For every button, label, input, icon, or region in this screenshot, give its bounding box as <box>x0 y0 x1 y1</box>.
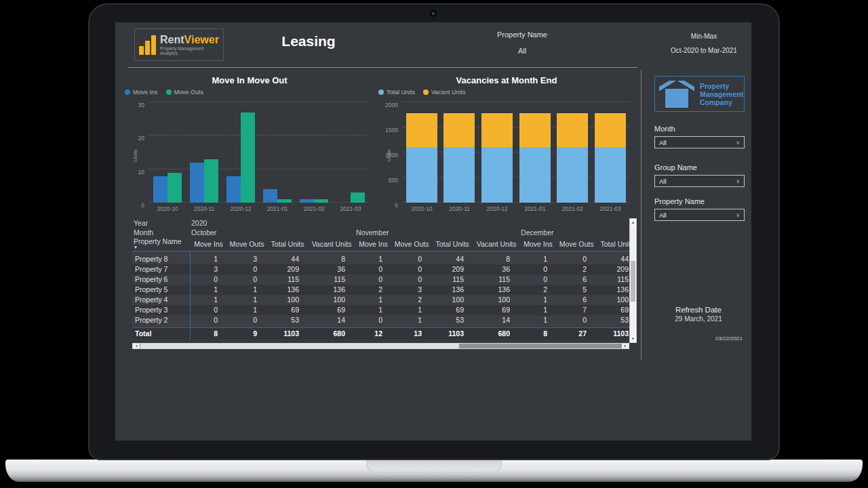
measure-header[interactable]: Move Ins <box>355 237 392 251</box>
scroll-down-icon[interactable]: ▼ <box>630 336 636 342</box>
x-axis-tick: 2021-01 <box>260 205 295 212</box>
measure-header[interactable]: Vacant Units <box>473 237 519 251</box>
property-name-cell: Property 5 <box>132 285 190 295</box>
y-axis-tick: 500 <box>379 177 398 184</box>
bar-group[interactable] <box>152 173 183 203</box>
property-name-cell: Property 4 <box>132 295 190 305</box>
segment-total-units[interactable] <box>406 147 437 203</box>
scroll-right-icon[interactable]: ▸ <box>622 344 629 348</box>
measure-header[interactable]: Move Ins <box>190 237 227 251</box>
measure-header[interactable]: Move Ins <box>519 237 557 251</box>
bar-move-ins[interactable] <box>263 189 277 203</box>
group-name-filter-label: Group Name <box>654 163 697 171</box>
minmax-label: Min-Max <box>646 33 762 40</box>
segment-vacant-units[interactable] <box>406 113 437 147</box>
table-row[interactable]: Property 2005314015314105314 <box>132 315 629 325</box>
group-name-filter-value: All <box>659 178 667 185</box>
legend-dot-icon <box>378 89 384 95</box>
measure-header[interactable]: Total Units <box>267 237 309 251</box>
brand-tagline: Property Management Analytics <box>160 46 219 56</box>
vertical-scroll-thumb[interactable] <box>631 261 635 302</box>
header-property-filter: Property Name All <box>468 30 576 55</box>
property-name-filter-dropdown[interactable]: All ∨ <box>654 209 745 221</box>
stacked-bar[interactable] <box>443 113 475 203</box>
bar-group[interactable] <box>298 199 330 203</box>
bar-move-ins[interactable] <box>300 199 314 203</box>
value-cell: 136 <box>431 285 473 295</box>
x-axis-tick: 2021-03 <box>333 205 368 212</box>
header-cell <box>519 218 629 228</box>
table-row[interactable]: Property 4111001001210010016100100 <box>132 295 629 305</box>
measure-header[interactable]: Total Units <box>596 237 629 251</box>
segment-vacant-units[interactable] <box>557 113 588 147</box>
bar-group[interactable] <box>225 113 256 203</box>
measure-header[interactable]: Total Units <box>431 237 473 251</box>
table-row[interactable]: Property 7302093600209360220936 <box>132 264 629 274</box>
segment-total-units[interactable] <box>481 147 513 203</box>
value-cell: 3 <box>392 285 431 295</box>
stacked-bar[interactable] <box>595 113 626 203</box>
segment-total-units[interactable] <box>443 147 475 203</box>
y-axis-tick: 0 <box>379 202 398 209</box>
measure-header[interactable]: Move Outs <box>392 237 431 251</box>
value-cell: 5 <box>557 285 596 295</box>
bar-move-outs[interactable] <box>167 173 182 203</box>
segment-total-units[interactable] <box>595 147 626 203</box>
segment-total-units[interactable] <box>557 147 588 203</box>
refresh-date-label: Refresh Date <box>646 306 751 314</box>
table-row[interactable]: Property 8134481044810448 <box>132 254 629 264</box>
segment-vacant-units[interactable] <box>443 113 475 147</box>
bar-move-outs[interactable] <box>204 159 218 203</box>
measure-header[interactable]: Move Outs <box>227 237 267 251</box>
value-cell: 44 <box>596 254 629 264</box>
bar-group[interactable] <box>262 189 293 203</box>
stacked-bar[interactable] <box>481 113 513 203</box>
header-cell: October <box>190 228 355 237</box>
group-name-filter-dropdown[interactable]: All ∨ <box>654 175 745 187</box>
value-cell: 1 <box>190 254 227 264</box>
segment-vacant-units[interactable] <box>519 113 551 147</box>
value-cell: 100 <box>473 295 519 305</box>
bar-move-outs[interactable] <box>277 199 292 203</box>
value-cell: 3 <box>190 264 227 274</box>
legend-label: Move Outs <box>174 89 204 96</box>
month-filter-dropdown[interactable]: All ∨ <box>654 136 745 148</box>
measure-header[interactable]: Vacant Units <box>309 237 355 251</box>
horizontal-scroll-thumb[interactable] <box>140 344 459 348</box>
table-row[interactable]: Property 5111361362313613625136136 <box>132 285 629 295</box>
bar-move-outs[interactable] <box>314 199 328 203</box>
x-axis-tick: 2021-02 <box>555 205 590 212</box>
x-axis-labels: 2020-102020-112020-122021-012021-022021-… <box>403 205 629 212</box>
value-cell: 115 <box>473 274 519 285</box>
stacked-bar[interactable] <box>519 113 551 203</box>
stacked-bar[interactable] <box>557 113 588 203</box>
stacked-bar[interactable] <box>406 113 437 203</box>
table-vertical-scrollbar[interactable]: ▲ ▼ <box>629 218 637 343</box>
measure-header[interactable]: Move Outs <box>557 237 596 251</box>
table-horizontal-scrollbar[interactable]: ◂ ▸ <box>132 343 629 349</box>
bar-move-ins[interactable] <box>153 176 167 203</box>
value-cell: 0 <box>227 264 267 274</box>
bar-move-outs[interactable] <box>351 192 365 203</box>
scroll-left-icon[interactable]: ◂ <box>133 344 140 348</box>
chevron-down-icon: ∨ <box>736 140 740 146</box>
segment-total-units[interactable] <box>519 147 551 203</box>
bars-row <box>149 102 369 203</box>
table-row[interactable]: Property 3016969116969176969 <box>132 305 629 315</box>
bar-move-ins[interactable] <box>190 163 204 203</box>
property-name-header[interactable]: Property Name▼ <box>132 237 190 251</box>
bar-move-ins[interactable] <box>226 176 241 203</box>
value-cell: 100 <box>431 295 473 305</box>
segment-vacant-units[interactable] <box>481 113 513 147</box>
value-cell: 0 <box>190 305 227 315</box>
table-row[interactable]: Property 6001151150011511506115115 <box>132 274 629 285</box>
scroll-up-icon[interactable]: ▲ <box>630 219 636 226</box>
segment-vacant-units[interactable] <box>595 113 626 147</box>
total-value: 1103 <box>431 328 473 339</box>
bar-group[interactable] <box>335 192 366 203</box>
bar-move-outs[interactable] <box>241 113 255 203</box>
chevron-down-icon: ∨ <box>736 178 740 184</box>
value-cell: 1 <box>519 305 557 315</box>
bar-group[interactable] <box>189 159 220 203</box>
value-cell: 1 <box>392 305 431 315</box>
